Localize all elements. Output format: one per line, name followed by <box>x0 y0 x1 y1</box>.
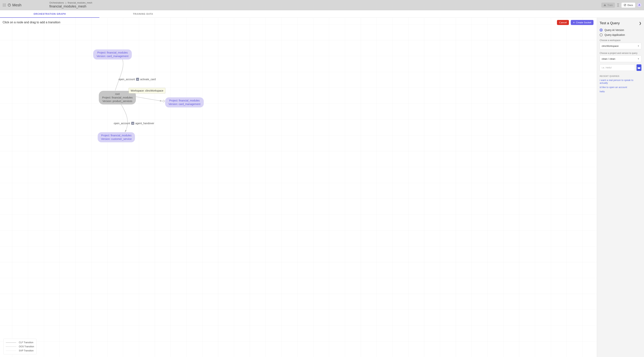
export-icon <box>624 4 626 6</box>
workspace-select-label: Choose a workspace <box>600 39 642 42</box>
node-card-management-top[interactable]: Project: financial_modules Version: card… <box>93 50 132 60</box>
legend-oos-label: OOS Transition <box>19 345 34 348</box>
avatar[interactable]: A <box>637 3 642 7</box>
breadcrumb-leaf[interactable]: financial_modules_mesh <box>68 2 92 5</box>
radio-query-ai-version[interactable]: Query AI Version <box>600 29 642 32</box>
topbar-actions: Train Docs A <box>601 3 642 8</box>
train-label: Train <box>607 4 613 7</box>
workspace-select[interactable]: clincWorkspace ▼ <box>600 43 642 49</box>
svg-point-3 <box>3 5 4 6</box>
node-right-line2: Version: card_management <box>168 102 200 106</box>
main: Click on a node and drag to add a transi… <box>0 18 644 357</box>
legend-clf-label: CLF Transition <box>19 341 33 344</box>
train-button[interactable]: Train <box>601 3 615 8</box>
edge-top-from: open_account <box>118 78 135 81</box>
page-title: financial_modules_mesh <box>50 4 92 9</box>
docs-label: Docs <box>628 4 633 7</box>
edge-top-to: activate_card <box>140 78 156 81</box>
radio-checked-icon <box>600 29 602 32</box>
legend-oos: OOS Transition <box>6 344 34 348</box>
recent-query-item[interactable]: id like to open an account <box>600 86 642 89</box>
docs-button[interactable]: Docs <box>621 3 636 8</box>
svg-point-6 <box>3 6 4 7</box>
panel-title: Test a Query <box>600 21 620 25</box>
legend-line-dashed <box>6 346 16 347</box>
avatar-initial: A <box>638 4 640 6</box>
apps-grid-icon[interactable] <box>2 3 6 7</box>
edge-label-top: open_account ➜ activate_card <box>118 78 156 81</box>
workspace-select-value: clincWorkspace <box>602 45 619 47</box>
node-card-management-right[interactable]: Project: financial_modules Version: card… <box>165 97 204 107</box>
recent-queries-header: RECENT QUERIES <box>600 75 642 77</box>
breadcrumb: Orchestrations ❯ financial_modules_mesh <box>50 2 92 5</box>
chevron-right-icon[interactable]: ❯ <box>639 22 642 25</box>
socket-handle[interactable] <box>162 100 165 102</box>
test-query-panel: Test a Query ❯ Query AI Version Query Ap… <box>597 18 644 357</box>
svg-point-5 <box>5 5 6 6</box>
project-select-value: clean / clean <box>602 58 615 60</box>
caret-down-icon: ▼ <box>638 45 639 47</box>
project-select-label: Choose a project and version to query <box>600 52 642 55</box>
arrow-right-icon: ➜ <box>136 78 139 81</box>
node-root-line2: Project: financial_modules <box>102 96 132 99</box>
legend-line-solid <box>6 342 16 343</box>
chevron-right-icon: ❯ <box>65 2 66 4</box>
svg-point-4 <box>4 5 5 6</box>
breadcrumb-and-title: Orchestrations ❯ financial_modules_mesh … <box>50 2 92 9</box>
brand-logo-icon <box>8 4 11 7</box>
node-root-line3: Version: product_services <box>102 99 132 103</box>
tooltip-text: Workspace: clincWorkspace <box>131 89 163 92</box>
svg-rect-10 <box>638 67 640 67</box>
edge-bottom-from: open_account <box>114 122 130 125</box>
query-input-row <box>600 64 642 71</box>
node-top-line2: Version: card_management <box>96 55 128 58</box>
tab-training-label: TRAINING DATA <box>133 13 153 15</box>
edge-bottom-to: agent_handover <box>135 122 154 125</box>
edge-label-bottom: open_account ➜ agent_handover <box>114 122 154 125</box>
radio-query-application[interactable]: Query Application <box>600 33 642 36</box>
breadcrumb-root[interactable]: Orchestrations <box>50 2 64 5</box>
caret-down-icon: ▼ <box>638 58 639 60</box>
legend: CLF Transition OOS Transition SVP Transi… <box>3 339 36 354</box>
send-icon <box>638 66 640 69</box>
legend-clf: CLF Transition <box>6 340 34 344</box>
hourglass-icon[interactable] <box>617 3 620 7</box>
radio-unchecked-icon <box>600 33 602 36</box>
graph-canvas[interactable]: Click on a node and drag to add a transi… <box>0 18 597 357</box>
recent-query-item[interactable]: hello <box>600 90 642 93</box>
query-input[interactable] <box>600 64 635 71</box>
tab-graph-label: ORCHESTRATION GRAPH <box>34 13 66 15</box>
create-socket-button[interactable]: + Create Socket <box>571 20 594 25</box>
svg-point-0 <box>3 4 4 4</box>
svg-point-2 <box>5 4 6 4</box>
radio-app-label: Query Application <box>604 33 625 36</box>
node-right-line1: Project: financial_modules <box>168 99 200 102</box>
create-socket-label: Create Socket <box>576 21 591 24</box>
node-bottom-line1: Project: financial_modules <box>101 134 132 137</box>
svg-point-8 <box>5 6 6 7</box>
node-top-line1: Project: financial_modules <box>96 51 128 55</box>
project-version-select[interactable]: clean / clean ▼ <box>600 56 642 62</box>
tab-orchestration-graph[interactable]: ORCHESTRATION GRAPH <box>0 10 99 18</box>
send-query-button[interactable] <box>636 64 642 71</box>
tab-training-data[interactable]: TRAINING DATA <box>99 10 186 18</box>
legend-svp: SVP Transition <box>6 348 34 353</box>
svg-point-7 <box>4 6 5 7</box>
svg-point-1 <box>4 4 5 4</box>
cancel-label: Cancel <box>559 21 567 24</box>
warning-icon <box>604 4 606 6</box>
workspace-tooltip: Workspace: clincWorkspace <box>128 88 165 94</box>
brand[interactable]: Mesh <box>8 3 22 7</box>
legend-svp-label: SVP Transition <box>19 349 34 352</box>
node-customer-service[interactable]: Project: financial_modules Version: cust… <box>98 132 135 142</box>
node-root-line1: root <box>102 92 132 96</box>
arrow-right-icon: ➜ <box>131 122 134 125</box>
recent-query-item[interactable]: i want a real person to speak to actuall… <box>600 79 642 84</box>
panel-header: Test a Query ❯ <box>600 21 642 25</box>
radio-ai-label: Query AI Version <box>604 29 624 32</box>
cancel-button[interactable]: Cancel <box>557 20 569 25</box>
canvas-actions: Cancel + Create Socket <box>557 20 594 25</box>
brand-name: Mesh <box>12 3 22 7</box>
tab-bar: ORCHESTRATION GRAPH TRAINING DATA <box>0 10 644 18</box>
node-bottom-line2: Version: customer_service <box>101 137 132 141</box>
